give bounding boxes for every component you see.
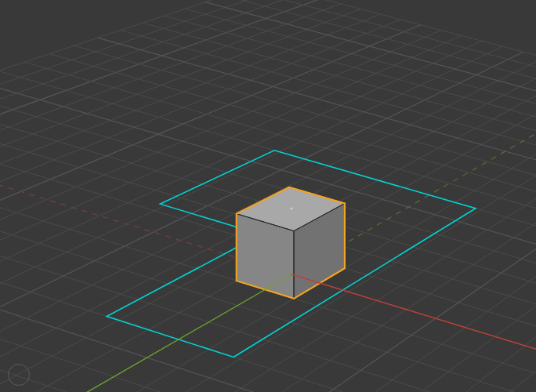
svg-line-90 xyxy=(0,274,292,392)
axes-front xyxy=(0,274,536,392)
viewport-3d[interactable] xyxy=(0,0,536,392)
svg-line-13 xyxy=(0,303,536,392)
svg-line-9 xyxy=(0,343,523,392)
viewport-canvas xyxy=(0,0,536,392)
svg-line-68 xyxy=(317,181,536,392)
svg-line-62 xyxy=(166,162,536,392)
svg-line-69 xyxy=(244,0,536,198)
svg-line-15 xyxy=(0,285,536,392)
svg-line-5 xyxy=(0,387,451,392)
svg-line-11 xyxy=(0,322,536,392)
svg-line-16 xyxy=(0,25,421,392)
svg-line-2 xyxy=(0,0,282,392)
svg-point-88 xyxy=(290,207,292,209)
floor-grid xyxy=(0,0,536,392)
rotate-gizmo[interactable] xyxy=(8,364,30,386)
